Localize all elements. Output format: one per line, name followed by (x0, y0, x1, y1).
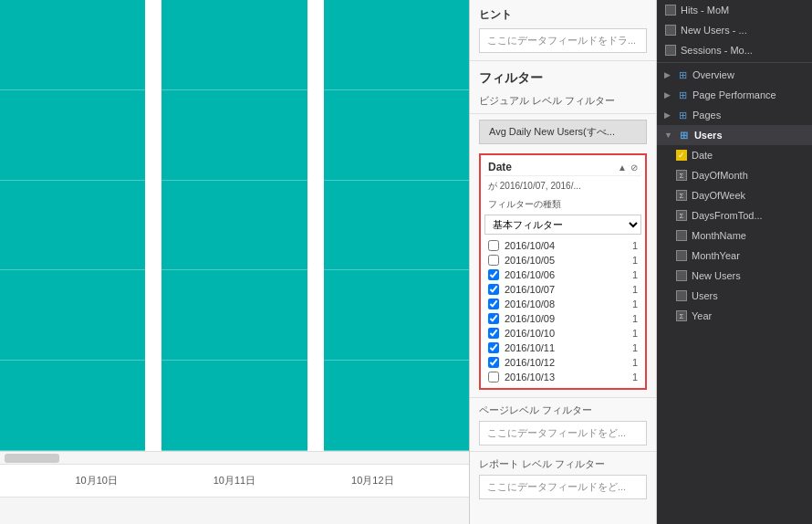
right-panel-item[interactable]: New Users (657, 266, 812, 286)
checkbox-icon: ✓ (675, 149, 688, 162)
date-count: 1 (632, 240, 638, 251)
expand-icon: ▶ (664, 90, 671, 100)
table-icon: ⊞ (676, 109, 689, 121)
date-checkbox[interactable] (488, 269, 499, 280)
right-panel-item[interactable]: ✓Date (657, 145, 812, 165)
date-list-item: 2016/10/121 (484, 355, 641, 370)
date-checkbox[interactable] (488, 313, 499, 324)
chart-scrollbar-thumb[interactable] (5, 454, 59, 463)
group-header[interactable]: ▶⊞Overview (657, 65, 812, 85)
date-checkbox[interactable] (488, 284, 499, 295)
page-level-section: ページレベル フィルター ここにデータフィールドをど... (470, 397, 656, 451)
hint-label: ヒント (479, 7, 647, 23)
item-label: Sessions - Mo... (681, 45, 753, 56)
right-panel-item[interactable]: MonthYear (657, 246, 812, 266)
filter-type-select[interactable]: 基本フィルター (484, 215, 641, 235)
group-label: Pages (692, 110, 721, 121)
sigma-icon: Σ (675, 169, 688, 182)
date-checkbox[interactable] (488, 255, 499, 266)
item-label: MonthYear (692, 250, 740, 261)
chart-area: 10月10日 10月11日 10月12日 (0, 0, 470, 524)
right-panel-item[interactable]: Sessions - Mo... (657, 40, 812, 60)
right-panel-item[interactable]: MonthName (657, 225, 812, 246)
date-value: 2016/10/09 (505, 313, 632, 324)
expand-icon: ▶ (664, 110, 671, 120)
chart-col-3 (324, 0, 469, 451)
date-count: 1 (632, 372, 638, 383)
date-checkbox[interactable] (488, 240, 499, 251)
date-filter-title: Date (488, 161, 512, 173)
date-checkbox[interactable] (488, 372, 499, 383)
clear-filter-icon[interactable]: ⊘ (630, 162, 638, 173)
date-value: 2016/10/05 (505, 255, 632, 266)
hint-drop[interactable]: ここにデータフィールドをドラ... (479, 28, 647, 53)
right-panel-item[interactable]: ΣYear (657, 306, 812, 326)
chart-scrollbar[interactable] (0, 451, 469, 464)
chevron-up-icon[interactable]: ▲ (618, 162, 627, 173)
date-list-item: 2016/10/091 (484, 311, 641, 326)
page-drop[interactable]: ここにデータフィールドをど... (479, 421, 647, 445)
date-list-item: 2016/10/081 (484, 297, 641, 311)
date-list-item: 2016/10/071 (484, 282, 641, 297)
table-icon: ⊞ (676, 68, 689, 81)
chart-col-2 (161, 0, 323, 451)
date-count: 1 (632, 328, 638, 339)
date-list-item: 2016/10/101 (484, 326, 641, 341)
chart-canvas (0, 0, 469, 451)
date-checkbox[interactable] (488, 357, 499, 368)
square-icon (675, 289, 688, 302)
square-icon (664, 4, 677, 16)
right-panel-item[interactable]: Users (657, 286, 812, 306)
date-filter-type-label: フィルターの種類 (484, 196, 641, 215)
date-value: 2016/10/06 (505, 269, 632, 280)
item-label: DayOfWeek (692, 190, 745, 201)
square-icon (664, 44, 677, 57)
report-level-section: レポート レベル フィルター ここにデータフィールドをど... (470, 451, 656, 505)
date-list: 2016/10/0412016/10/0512016/10/0612016/10… (484, 238, 641, 384)
report-drop[interactable]: ここにデータフィールドをど... (479, 475, 647, 499)
filter-field-button[interactable]: Avg Daily New Users(すべ... (479, 120, 647, 144)
chart-col-1 (0, 0, 161, 451)
right-panel-item[interactable]: New Users - ... (657, 20, 812, 40)
sigma-icon: Σ (675, 309, 688, 322)
item-label: DaysFromTod... (692, 210, 763, 221)
users-label: Users (694, 130, 723, 141)
item-label: New Users (692, 270, 741, 281)
date-count: 1 (632, 299, 638, 309)
hint-section: ヒント ここにデータフィールドをドラ... (470, 0, 656, 61)
square-icon (664, 24, 677, 37)
sigma-icon: Σ (675, 189, 688, 202)
chart-xaxis: 10月10日 10月11日 10月12日 (0, 464, 469, 497)
chart-footer (0, 497, 469, 524)
date-list-item: 2016/10/061 (484, 267, 641, 282)
right-panel-item[interactable]: ΣDayOfMonth (657, 165, 812, 185)
item-label: Year (692, 310, 712, 321)
date-filter-header: Date ▲ ⊘ (484, 159, 641, 176)
date-list-item: 2016/10/041 (484, 238, 641, 253)
date-checkbox[interactable] (488, 342, 499, 353)
right-panel-item[interactable]: Hits - MoM (657, 0, 812, 20)
group-header[interactable]: ▶⊞Page Performance (657, 85, 812, 105)
date-filter-box: Date ▲ ⊘ が 2016/10/07, 2016/... フィルターの種類… (479, 153, 647, 390)
date-count: 1 (632, 255, 638, 266)
date-count: 1 (632, 284, 638, 295)
group-header[interactable]: ▶⊞Pages (657, 105, 812, 125)
item-label: Date (692, 150, 713, 161)
users-header[interactable]: ▼⊞Users (657, 125, 812, 145)
right-panel-item[interactable]: ΣDaysFromTod... (657, 205, 812, 225)
square-icon (675, 229, 688, 242)
date-count: 1 (632, 342, 638, 353)
right-panel-item[interactable]: ΣDayOfWeek (657, 185, 812, 205)
table-icon: ⊞ (678, 129, 691, 141)
table-icon: ⊞ (676, 89, 689, 101)
item-label: New Users - ... (681, 25, 747, 36)
date-checkbox[interactable] (488, 299, 499, 309)
date-list-item: 2016/10/131 (484, 370, 641, 384)
filter-title: フィルター (470, 61, 656, 92)
date-checkbox[interactable] (488, 328, 499, 339)
chart-columns (0, 0, 469, 451)
date-count: 1 (632, 357, 638, 368)
sigma-icon: Σ (675, 209, 688, 222)
date-value: 2016/10/04 (505, 240, 632, 251)
date-value: 2016/10/11 (505, 342, 632, 353)
